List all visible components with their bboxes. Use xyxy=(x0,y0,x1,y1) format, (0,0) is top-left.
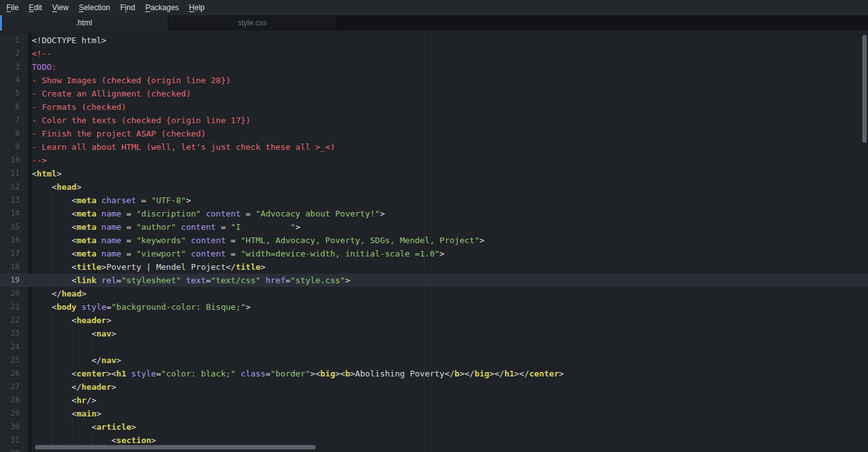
line-number[interactable]: 30 xyxy=(0,420,28,434)
line-number[interactable]: 22 xyxy=(0,314,28,327)
code-line[interactable]: </head> xyxy=(32,287,868,300)
line-number[interactable]: 24 xyxy=(0,340,28,354)
code-token xyxy=(181,276,186,285)
tab-html[interactable]: .html xyxy=(0,15,168,30)
code-token: "HTML, Advocacy, Poverty, SDGs, Mendel, … xyxy=(241,236,480,245)
line-number[interactable]: 11 xyxy=(0,167,28,180)
line-number[interactable]: 16 xyxy=(0,234,28,247)
line-number[interactable]: 28 xyxy=(0,394,28,407)
line-number[interactable]: 8 xyxy=(0,127,28,140)
menu-item-packages[interactable]: Packages xyxy=(140,0,184,15)
code-line[interactable]: TODO: xyxy=(32,60,868,74)
line-number[interactable]: 6 xyxy=(0,100,28,114)
line-number[interactable]: 23 xyxy=(0,327,28,340)
line-number[interactable]: 12 xyxy=(0,180,28,194)
code-line[interactable]: </nav> xyxy=(32,354,868,367)
indent-guide xyxy=(51,407,52,420)
line-number[interactable]: 7 xyxy=(0,114,28,127)
tab-style-css[interactable]: style.css xyxy=(168,15,337,30)
code-token: > xyxy=(440,249,445,258)
line-number[interactable]: 14 xyxy=(0,207,28,220)
horizontal-scrollbar[interactable] xyxy=(32,445,860,450)
code-token: = xyxy=(226,236,240,245)
code-token: > xyxy=(151,435,156,445)
line-number[interactable]: 29 xyxy=(0,407,28,420)
code-line[interactable]: <link rel="stylesheet" text="text/css" h… xyxy=(32,274,868,287)
line-number[interactable]: 21 xyxy=(0,300,28,314)
code-token: meta xyxy=(76,249,96,258)
code-token: article xyxy=(97,422,132,432)
code-line[interactable]: <center><h1 style="color: black;" class=… xyxy=(32,367,868,380)
code-line[interactable]: <html> xyxy=(32,167,868,180)
menu-item-selection[interactable]: Selection xyxy=(74,0,115,15)
line-number[interactable]: 18 xyxy=(0,260,28,274)
code-token: "style.css" xyxy=(290,276,345,285)
code-token: <!DOCTYPE html> xyxy=(32,36,106,45)
code-token: < xyxy=(32,435,116,445)
code-token: "I " xyxy=(231,222,295,232)
code-line[interactable]: - Show Images (checked {origin line 28}) xyxy=(32,74,868,87)
indent-guide xyxy=(51,380,52,394)
tab-label: style.css xyxy=(238,18,267,27)
line-number[interactable]: 31 xyxy=(0,434,28,447)
code-line[interactable]: <body style="background-color: Bisque;"> xyxy=(32,300,868,314)
line-number[interactable]: 25 xyxy=(0,354,28,367)
line-number[interactable]: 2 xyxy=(0,47,28,60)
line-number[interactable]: 15 xyxy=(0,220,28,234)
menu-item-edit[interactable]: Edit xyxy=(24,0,47,15)
code-line[interactable]: <meta name = "discription" content = "Ad… xyxy=(32,207,868,220)
code-line[interactable]: </header> xyxy=(32,380,868,394)
code-line[interactable]: <meta name = "author" content = "I "> xyxy=(32,220,868,234)
code-line[interactable]: --> xyxy=(32,154,868,167)
code-token: big xyxy=(320,369,335,378)
code-line[interactable]: <meta name = "viewport" content = "width… xyxy=(32,247,868,260)
code-line[interactable]: - Color the texts (checked {origin line … xyxy=(32,114,868,127)
code-line[interactable]: - Create an Allignment (checked) xyxy=(32,87,868,100)
line-number[interactable]: 19 xyxy=(0,274,28,287)
menu-item-help[interactable]: Help xyxy=(184,0,210,15)
code-line[interactable]: <meta name = "keywords" content = "HTML,… xyxy=(32,234,868,247)
code-line[interactable]: - Finish the project ASAP (checked) xyxy=(32,127,868,140)
line-number[interactable]: 32 xyxy=(0,447,28,452)
code-line[interactable] xyxy=(32,340,868,354)
line-number[interactable]: 20 xyxy=(0,287,28,300)
code-token: - Formats (checked) xyxy=(32,102,126,112)
code-editor[interactable]: 1<!DOCTYPE html>2<!--3TODO:4- Show Image… xyxy=(0,30,868,452)
code-line[interactable]: <title>Poverty | Mendel Project</title> xyxy=(32,260,868,274)
code-line[interactable]: <main> xyxy=(32,407,868,420)
code-line[interactable]: <hr/> xyxy=(32,394,868,407)
code-row: 3TODO: xyxy=(0,60,868,74)
code-line[interactable]: <!-- xyxy=(32,47,868,60)
menu-item-file[interactable]: File xyxy=(1,0,24,15)
menu-item-find[interactable]: Find xyxy=(115,0,140,15)
code-token: < xyxy=(32,236,76,245)
indent-guide xyxy=(51,394,52,407)
line-number[interactable]: 10 xyxy=(0,154,28,167)
menu-item-view[interactable]: View xyxy=(47,0,74,15)
line-number[interactable]: 27 xyxy=(0,380,28,394)
vertical-scrollbar-thumb[interactable] xyxy=(862,35,867,143)
code-token: = xyxy=(121,222,136,232)
code-line[interactable]: <head> xyxy=(32,180,868,194)
line-number[interactable]: 9 xyxy=(0,140,28,154)
code-line[interactable]: <article> xyxy=(32,420,868,434)
line-number[interactable]: 4 xyxy=(0,74,28,87)
line-number[interactable]: 1 xyxy=(0,34,28,47)
code-line[interactable]: <header> xyxy=(32,314,868,327)
code-token: b xyxy=(454,369,459,378)
code-line[interactable]: - Formats (checked) xyxy=(32,100,868,114)
horizontal-scrollbar-thumb[interactable] xyxy=(35,445,316,449)
vertical-scrollbar[interactable] xyxy=(862,30,867,452)
code-token: content xyxy=(181,222,216,232)
code-line[interactable]: <meta charset = "UTF-8"> xyxy=(32,194,868,207)
code-line[interactable]: - Learn all about HTML (well, let's just… xyxy=(32,140,868,154)
code-token: content xyxy=(206,209,241,218)
line-number[interactable]: 17 xyxy=(0,247,28,260)
code-line[interactable]: <nav> xyxy=(32,327,868,340)
line-number[interactable]: 5 xyxy=(0,87,28,100)
line-number[interactable]: 26 xyxy=(0,367,28,380)
line-number[interactable]: 13 xyxy=(0,194,28,207)
line-number[interactable]: 3 xyxy=(0,60,28,74)
code-line[interactable]: <!DOCTYPE html> xyxy=(32,34,868,47)
code-row: 6- Formats (checked) xyxy=(0,100,868,114)
